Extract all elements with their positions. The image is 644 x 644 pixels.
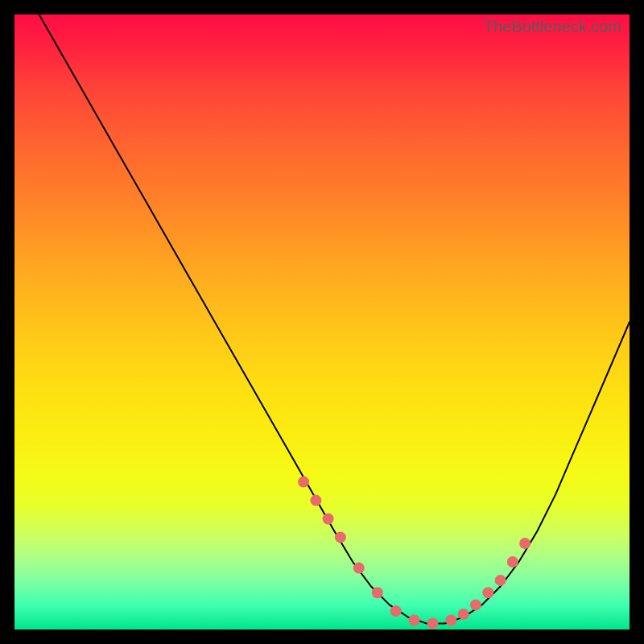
- highlight-dot: [519, 538, 530, 549]
- chart-svg: [14, 14, 630, 630]
- chart-container: TheBottleneck.com: [0, 0, 644, 644]
- highlight-dot: [335, 531, 346, 543]
- highlight-dot: [507, 556, 518, 568]
- highlight-dot: [298, 477, 309, 488]
- highlight-dot: [372, 587, 383, 598]
- highlight-dot: [470, 599, 481, 610]
- highlight-dots: [298, 477, 530, 630]
- highlight-dot: [427, 617, 439, 629]
- plot-area: TheBottleneck.com: [14, 14, 630, 630]
- highlight-dot: [310, 495, 321, 506]
- bottleneck-curve: [39, 14, 630, 623]
- highlight-dot: [323, 514, 334, 525]
- highlight-dot: [445, 615, 456, 626]
- highlight-dot: [390, 605, 402, 617]
- highlight-dot: [409, 615, 420, 626]
- highlight-dot: [482, 587, 493, 598]
- highlight-dot: [458, 609, 469, 620]
- highlight-dot: [353, 563, 365, 574]
- highlight-dot: [495, 575, 506, 586]
